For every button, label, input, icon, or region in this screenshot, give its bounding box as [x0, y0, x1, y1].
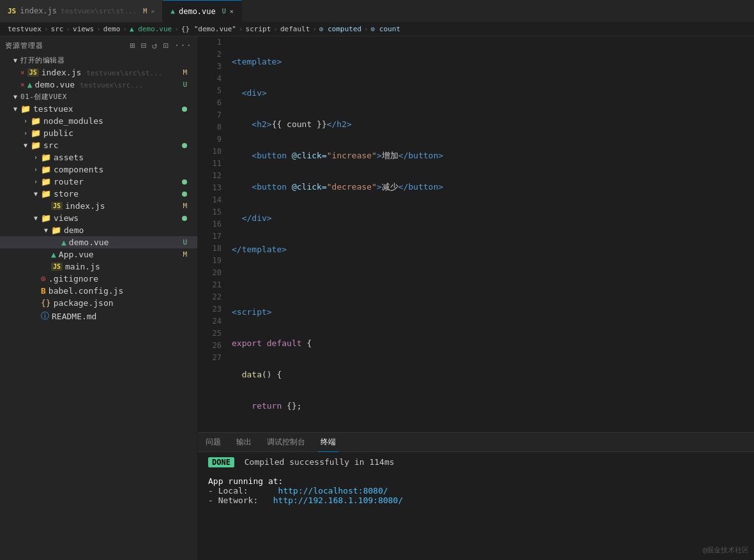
tab-close-icon[interactable]: ✕ [151, 8, 155, 15]
local-url-link[interactable]: http://localhost:8080/ [278, 486, 388, 496]
folder-icon: 📁 [31, 140, 41, 150]
babel-icon: B [41, 286, 46, 296]
folder-icon: 📁 [41, 213, 51, 223]
folder-icon: 📁 [41, 189, 51, 199]
code-line-6: </div> [232, 212, 754, 224]
open-editors-header[interactable]: ▼ 打开的编辑器 [0, 54, 197, 66]
compile-message: Compiled successfully in 114ms [245, 457, 395, 467]
folder-store[interactable]: ▼ 📁 store [0, 188, 197, 200]
code-area: 12345 678910 1112131415 1617181920 21222… [198, 36, 754, 560]
close-icon[interactable]: ✕ [20, 80, 25, 89]
folder-icon: 📁 [31, 128, 41, 138]
pkg-icon: {} [41, 298, 51, 308]
network-url-link[interactable]: http://192.168.1.109:8080/ [273, 496, 403, 505]
sidebar-title: 资源管理器 [5, 41, 43, 50]
new-file-icon[interactable]: ⊞ [130, 40, 135, 50]
file-demo-vue[interactable]: ▲ demo.vue U [0, 236, 197, 248]
vue-file-icon: ▲ [27, 80, 33, 89]
line-numbers: 12345 678910 1112131415 1617181920 21222… [198, 36, 227, 432]
breadcrumb: testvuex › src › views › demo › ▲ demo.v… [0, 22, 754, 36]
bc-testvuex: testvuex [8, 25, 41, 33]
file-readme[interactable]: ⓘ README.md [0, 309, 197, 323]
file-app-vue[interactable]: ▲ App.vue M [0, 248, 197, 261]
tab-index-js[interactable]: JS index.js testvuex\src\st... M ✕ [0, 0, 163, 22]
open-editors-label: 打开的编辑器 [20, 56, 64, 65]
modified-dot [182, 192, 187, 197]
folder-assets[interactable]: › 📁 assets [0, 151, 197, 163]
code-line-8 [232, 275, 754, 287]
js-file-icon: JS [27, 68, 39, 77]
git-icon: ⊙ [41, 274, 46, 284]
folder-components[interactable]: › 📁 components [0, 163, 197, 176]
code-line-7: </template> [232, 243, 754, 255]
open-file-demo-vue[interactable]: ✕ ▲ demo.vue testvuex\src... U [0, 79, 197, 91]
chevron-icon: ▼ [10, 57, 20, 64]
file-gitignore[interactable]: ⊙ .gitignore [0, 273, 197, 285]
readme-icon: ⓘ [41, 310, 49, 322]
tab-path: testvuex\src\st... [61, 7, 137, 15]
collapse-icon[interactable]: ⊡ [163, 40, 169, 50]
vue-icon: ▲ [170, 7, 175, 15]
done-badge: DONE [208, 457, 234, 467]
tab-output[interactable]: 输出 [234, 433, 254, 452]
code-line-1: <template> [232, 56, 754, 68]
more-icon[interactable]: ··· [174, 40, 192, 50]
folder-node-modules[interactable]: › 📁 node_modules [0, 115, 197, 127]
code-editor[interactable]: 12345 678910 1112131415 1617181920 21222… [198, 36, 754, 432]
tab-terminal[interactable]: 终端 [318, 433, 338, 452]
js-icon: JS [8, 7, 16, 15]
sidebar-header: 资源管理器 ⊞ ⊟ ↺ ⊡ ··· [0, 36, 197, 54]
modified-dot [182, 107, 187, 112]
file-main-js[interactable]: JS main.js [0, 261, 197, 273]
project-section-header[interactable]: ▼ 01-创建VUEX [0, 91, 197, 103]
tab-problems[interactable]: 问题 [203, 433, 223, 452]
terminal-tabs: 问题 输出 调试控制台 终端 [198, 433, 754, 452]
close-icon[interactable]: ✕ [20, 68, 25, 77]
tab-label: index.js [20, 6, 57, 15]
js-file-icon: JS [51, 202, 63, 210]
refresh-icon[interactable]: ↺ [152, 40, 158, 50]
folder-icon: 📁 [41, 153, 51, 162]
section-label: 01-创建VUEX [20, 92, 67, 102]
file-babel-config[interactable]: B babel.config.js [0, 285, 197, 297]
chevron-right-icon: › [31, 166, 41, 173]
local-url-line: - Local: http://localhost:8080/ [208, 486, 744, 496]
folder-router[interactable]: › 📁 router [0, 176, 197, 188]
modified-dot [182, 179, 187, 185]
code-line-11: data() { [232, 368, 754, 381]
folder-demo[interactable]: ▼ 📁 demo [0, 224, 197, 236]
chevron-icon: ▼ [10, 105, 20, 112]
folder-public[interactable]: › 📁 public [0, 127, 197, 139]
chevron-down-icon: ▼ [31, 190, 41, 197]
folder-src[interactable]: ▼ 📁 src [0, 139, 197, 151]
running-info: App running at: [208, 476, 744, 486]
tab-debug-console[interactable]: 调试控制台 [264, 433, 308, 452]
network-url-line: - Network: http://192.168.1.109:8080/ [208, 496, 744, 505]
folder-testvuex[interactable]: ▼ 📁 testvuex [0, 103, 197, 115]
chevron-down-icon: ▼ [41, 227, 51, 234]
running-label: App running at: [208, 476, 283, 486]
vue-file-icon: ▲ [51, 250, 56, 259]
modified-dot [182, 143, 187, 148]
chevron-down-icon: ▼ [10, 93, 20, 100]
tab-badge: U [222, 8, 226, 15]
main-layout: 资源管理器 ⊞ ⊟ ↺ ⊡ ··· ▼ 打开的编辑器 ✕ JS index.js… [0, 36, 754, 560]
new-folder-icon[interactable]: ⊟ [140, 40, 146, 50]
code-line-4: <button @click="increase">增加</button> [232, 149, 754, 162]
folder-views[interactable]: ▼ 📁 views [0, 212, 197, 224]
vue-file-icon: ▲ [61, 238, 66, 247]
open-file-index-js[interactable]: ✕ JS index.js testvuex\src\st... M [0, 66, 197, 79]
tab-close-icon[interactable]: ✕ [230, 8, 234, 15]
sidebar-header-icons: ⊞ ⊟ ↺ ⊡ ··· [130, 40, 192, 50]
code-content: <template> <div> <h2>{{ count }}</h2> <b… [227, 36, 754, 432]
modified-dot [182, 216, 187, 221]
folder-icon: 📁 [41, 165, 51, 174]
code-line-12: return {}; [232, 400, 754, 412]
file-package-json[interactable]: {} package.json [0, 297, 197, 309]
folder-icon: 📁 [51, 225, 61, 235]
file-store-index-js[interactable]: JS index.js M [0, 200, 197, 212]
tab-demo-vue[interactable]: ▲ demo.vue U ✕ [163, 0, 241, 22]
chevron-down-icon: ▼ [20, 142, 31, 149]
compile-status: DONE Compiled successfully in 114ms [208, 457, 744, 467]
sidebar: 资源管理器 ⊞ ⊟ ↺ ⊡ ··· ▼ 打开的编辑器 ✕ JS index.js… [0, 36, 198, 560]
